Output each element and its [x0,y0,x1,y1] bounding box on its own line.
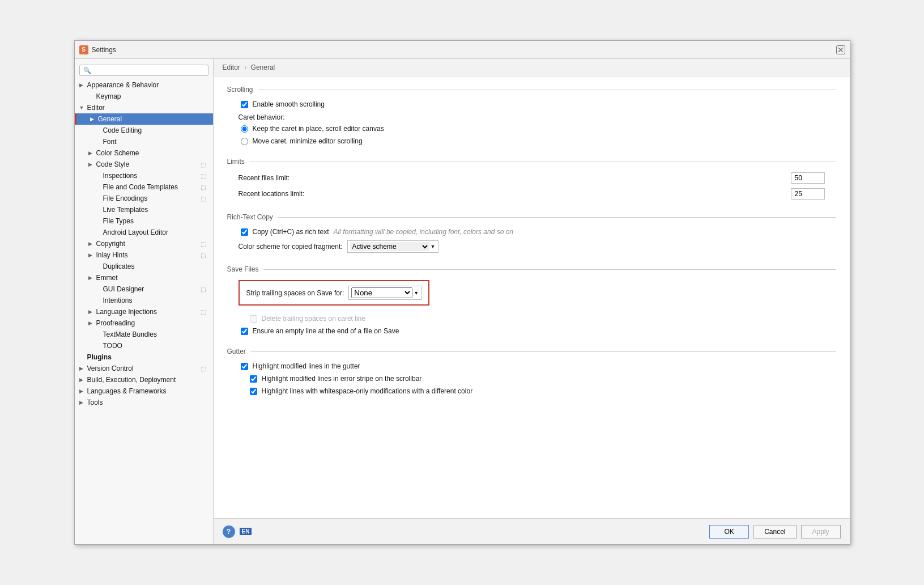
sidebar-item-label: Copyright [96,240,201,248]
search-input[interactable] [93,66,205,74]
help-button[interactable]: ? [223,525,235,538]
highlight-error-stripe-checkbox[interactable] [250,375,257,383]
sidebar-item-editor[interactable]: ▼ Editor [75,102,213,113]
caret-option2-row: Move caret, minimize editor scrolling [227,137,836,145]
sidebar-item-language-injections[interactable]: ▶ Language Injections ⬚ [75,306,213,317]
sidebar-item-font[interactable]: Font [75,136,213,147]
sidebar-item-tools[interactable]: ▶ Tools [75,397,213,408]
copy-icon: ⬚ [201,252,208,258]
sidebar-item-todo[interactable]: TODO [75,340,213,351]
highlight-modified-label: Highlight modified lines in the gutter [253,362,360,370]
sidebar-item-android-layout[interactable]: Android Layout Editor [75,227,213,238]
chevron-icon: ▶ [88,275,95,281]
copy-icon: ⬚ [201,162,208,168]
sidebar-item-file-types[interactable]: File Types [75,215,213,227]
delete-trailing-checkbox[interactable] [250,315,257,323]
delete-trailing-row: Delete trailing spaces on caret line [227,315,836,323]
sidebar-item-label: Code Editing [103,126,208,134]
divider [258,90,836,90]
sidebar-item-code-style[interactable]: ▶ Code Style ⬚ [75,159,213,170]
color-scheme-row: Color scheme for copied fragment: Active… [227,240,836,253]
delete-trailing-label: Delete trailing spaces on caret line [262,315,365,323]
sidebar-item-inspections[interactable]: Inspections ⬚ [75,170,213,181]
sidebar-item-inlay-hints[interactable]: ▶ Inlay Hints ⬚ [75,249,213,261]
highlight-modified-checkbox[interactable] [241,363,248,370]
recent-files-input[interactable] [791,172,825,184]
close-button[interactable]: ✕ [836,45,845,54]
ok-button[interactable]: OK [709,525,749,539]
sidebar-item-appearance[interactable]: ▶ Appearance & Behavior [75,79,213,91]
highlight-whitespace-checkbox[interactable] [250,388,257,395]
apply-button[interactable]: Apply [801,525,841,539]
spacer [95,173,102,179]
copy-rich-text-row: Copy (Ctrl+C) as rich text All formattin… [227,228,836,236]
copy-icon: ⬚ [201,286,208,292]
settings-window: S Settings ✕ 🔍 ▶ Appearance & Behavior K… [74,40,850,545]
sidebar-item-label: Emmet [96,274,208,282]
titlebar: S Settings ✕ [75,41,850,59]
spacer [79,354,86,360]
sidebar-item-gui-designer[interactable]: GUI Designer ⬚ [75,283,213,295]
sidebar-item-live-templates[interactable]: Live Templates [75,204,213,215]
copy-rich-text-label: Copy (Ctrl+C) as rich text [253,228,329,236]
copy-rich-text-checkbox[interactable] [241,228,248,236]
sidebar-item-label: File Encodings [103,194,201,202]
spacer [95,343,102,349]
strip-spaces-dropdown[interactable]: None All Modified Lines [351,287,412,298]
sidebar-item-copyright[interactable]: ▶ Copyright ⬚ [75,238,213,249]
spacer [95,332,102,337]
limits-title: Limits [227,158,245,166]
sidebar-item-color-scheme[interactable]: ▶ Color Scheme [75,147,213,159]
caret-option1-radio[interactable] [241,125,248,133]
color-scheme-dropdown[interactable]: Active scheme Default Darcula [350,242,429,251]
spacer [95,286,102,292]
sidebar-item-build[interactable]: ▶ Build, Execution, Deployment [75,374,213,385]
sidebar-item-proofreading[interactable]: ▶ Proofreading [75,317,213,329]
divider [263,269,836,270]
copy-icon: ⬚ [201,309,208,315]
limits-grid: Recent files limit: Recent locations lim… [227,172,836,200]
caret-option2-label: Move caret, minimize editor scrolling [253,137,363,145]
sidebar-item-keymap[interactable]: Keymap [75,91,213,102]
search-box[interactable]: 🔍 [79,65,208,76]
cancel-button[interactable]: Cancel [753,525,796,539]
smooth-scroll-label: Enable smooth scrolling [253,100,325,108]
copy-rich-text-hint: All formatting will be copied, including… [334,228,514,236]
gutter-title: Gutter [227,347,246,355]
spacer [95,139,102,145]
sidebar-item-emmet[interactable]: ▶ Emmet [75,272,213,283]
scrolling-section-header: Scrolling [227,86,836,94]
sidebar-item-label: Intentions [103,296,208,304]
color-scheme-select[interactable]: Active scheme Default Darcula ▼ [347,240,438,253]
caret-option1-label: Keep the caret in place, scroll editor c… [253,125,384,133]
spacer [95,184,102,190]
sidebar-item-languages[interactable]: ▶ Languages & Frameworks [75,385,213,397]
chevron-icon: ▶ [88,241,95,247]
sidebar-item-label: Keymap [96,92,208,100]
sidebar-item-label: Proofreading [96,319,208,327]
gutter-section-header: Gutter [227,347,836,355]
ensure-empty-line-checkbox[interactable] [241,328,248,335]
caret-option2-radio[interactable] [241,138,248,145]
recent-locations-input[interactable] [791,188,825,200]
smooth-scroll-checkbox[interactable] [241,101,248,108]
sidebar-item-duplicates[interactable]: Duplicates [75,261,213,272]
sidebar-item-label: Inspections [103,172,201,180]
chevron-icon: ▶ [88,150,95,156]
sidebar-item-general[interactable]: ▶ General [75,113,213,125]
bottom-right: OK Cancel Apply [709,525,840,539]
sidebar-item-intentions[interactable]: Intentions [75,295,213,306]
sidebar-item-version-control[interactable]: ▶ Version Control ⬚ [75,363,213,374]
sidebar-item-plugins[interactable]: Plugins [75,351,213,363]
divider [278,217,836,218]
sidebar-item-label: Tools [87,399,208,406]
sidebar-item-textmate[interactable]: TextMate Bundles [75,329,213,340]
main-panel: Editor › General Scrolling Enable smooth… [214,59,850,544]
strip-spaces-container: Strip trailing spaces on Save for: None … [227,280,836,310]
highlight-error-stripe-row: Highlight modified lines in error stripe… [227,375,836,383]
sidebar-item-file-encodings[interactable]: File Encodings ⬚ [75,193,213,204]
sidebar-item-file-code-templates[interactable]: File and Code Templates ⬚ [75,181,213,193]
sidebar-item-code-editing[interactable]: Code Editing [75,125,213,136]
strip-spaces-select-wrapper[interactable]: None All Modified Lines ▼ [348,286,421,300]
sidebar-item-label: Plugins [87,353,208,361]
